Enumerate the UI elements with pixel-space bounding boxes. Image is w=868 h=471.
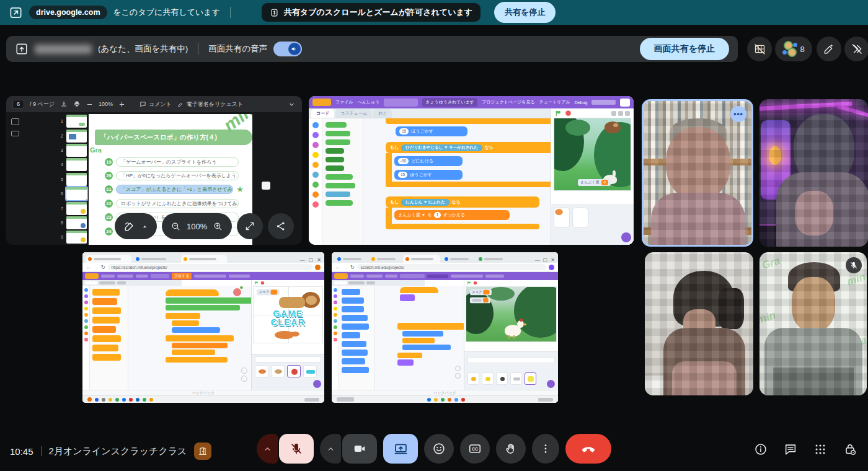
taskbar-icon[interactable] (427, 398, 431, 402)
chevron-down-icon[interactable] (288, 100, 296, 108)
tab-code[interactable]: コード (311, 109, 334, 118)
caret-up-icon[interactable] (141, 223, 148, 230)
category-variables[interactable] (312, 191, 319, 198)
esignature-button[interactable]: 電子署名をリクエスト (177, 100, 243, 108)
reactions-button[interactable] (424, 434, 454, 464)
taskbar-widget[interactable] (337, 397, 354, 402)
taskbar-icon[interactable] (143, 398, 146, 402)
block-point-direction[interactable]: -90 どにむける (394, 156, 463, 166)
share-audio-toggle[interactable] (273, 42, 302, 56)
tab-sounds[interactable]: おと (373, 109, 392, 118)
sprite-thumbnail-selected[interactable] (525, 372, 536, 385)
browser-tab[interactable] (369, 255, 401, 263)
sprite-thumbnail[interactable] (467, 372, 479, 385)
variable-display[interactable]: まんぷく度 0 (578, 179, 611, 186)
tab-costumes[interactable] (99, 281, 115, 284)
grid-view-off-button[interactable] (747, 37, 772, 61)
category[interactable] (334, 294, 337, 298)
more-options-button[interactable] (532, 434, 559, 464)
browser-tab[interactable] (476, 255, 508, 263)
reload-icon[interactable]: ↻ (101, 265, 105, 270)
url-field[interactable]: scratch.mit.edu/projects/ (357, 264, 546, 270)
zoom-in-icon[interactable] (118, 101, 125, 108)
taskbar-icon[interactable] (115, 398, 119, 402)
thumbnail-view-icon[interactable] (11, 118, 19, 125)
category[interactable] (84, 313, 88, 317)
meeting-room-icon[interactable] (194, 442, 211, 460)
category[interactable] (334, 301, 337, 304)
category[interactable] (334, 325, 337, 329)
outline-view-icon[interactable] (11, 131, 19, 136)
tab-code[interactable] (85, 281, 97, 284)
category-sensing[interactable] (312, 172, 319, 178)
category[interactable] (84, 332, 88, 335)
participant-tile-1[interactable]: ••• (642, 99, 753, 247)
category[interactable] (84, 301, 88, 304)
participant-tile-4[interactable]: Gra min min Gra min (760, 252, 867, 395)
window-controls[interactable]: —▢✕ (300, 257, 321, 263)
taskbar-icon[interactable] (454, 398, 458, 402)
sprite-thumbnail[interactable] (271, 365, 285, 377)
category-control[interactable] (312, 162, 319, 168)
stop-icon[interactable] (565, 110, 572, 117)
category-sound[interactable] (312, 142, 319, 148)
taskbar-icon[interactable] (108, 398, 112, 402)
owl-sprite[interactable] (604, 121, 621, 133)
mic-mute-button[interactable] (279, 434, 314, 464)
taskbar-icon[interactable] (149, 398, 153, 402)
taskbar-icon[interactable] (95, 398, 99, 402)
block-change-variable[interactable]: まんぷく度 ▼ を 1 ずつかえる (394, 210, 510, 220)
share-project-button[interactable]: 共有する (172, 273, 192, 280)
add-sprite-button[interactable] (313, 380, 321, 388)
participants-button[interactable]: 8 (775, 37, 812, 61)
menu-edit[interactable]: へんしゅう (358, 99, 380, 105)
project-name-input[interactable] (384, 99, 418, 107)
category[interactable] (334, 319, 337, 323)
fullscreen-button[interactable] (237, 213, 263, 239)
category-events[interactable] (312, 152, 319, 158)
category[interactable] (334, 338, 337, 341)
zoom-in-control[interactable] (455, 366, 461, 371)
browser-tab-active[interactable] (403, 255, 440, 263)
block-move-steps[interactable]: 15 ほうごかす (394, 170, 463, 180)
taskbar-icon[interactable] (448, 398, 451, 402)
participant-tile-3[interactable] (645, 252, 753, 395)
sprite-thumbnail[interactable] (255, 365, 268, 377)
reload-icon[interactable]: ↻ (350, 265, 355, 270)
present-button-active[interactable] (383, 434, 418, 464)
category[interactable] (334, 307, 337, 310)
shared-screen-tile-browser-1[interactable]: —▢✕ ← → ↻ https://scratch.mit.edu/projec… (82, 252, 324, 403)
back-icon[interactable]: ← (86, 265, 91, 270)
block-if-key-pressed[interactable]: もし ひだりむきやじるし ▼ キーがおされた なら -90 どにむける 15 ほ… (386, 142, 565, 153)
browser-tab[interactable] (335, 255, 367, 263)
meeting-details-button[interactable] (754, 442, 768, 456)
category-looks[interactable] (312, 132, 319, 138)
zoom-out-control[interactable] (455, 373, 461, 379)
green-flag-icon[interactable] (467, 281, 471, 286)
zoom-out-icon[interactable] (170, 221, 181, 232)
block-move-steps[interactable]: 15 ほうごかす (396, 126, 467, 136)
host-controls-button[interactable] (843, 442, 857, 456)
backpack-bar[interactable]: バックパック (82, 390, 324, 395)
profile-avatar[interactable] (549, 265, 554, 270)
sprite-thumbnail[interactable] (572, 208, 588, 227)
end-call-button[interactable] (565, 434, 611, 464)
category[interactable] (334, 313, 337, 317)
zoom-out-control[interactable] (241, 376, 247, 382)
category[interactable] (84, 338, 88, 341)
taskbar-icon[interactable] (87, 397, 92, 402)
raise-hand-button[interactable] (496, 434, 526, 464)
tab-sounds[interactable] (366, 281, 375, 284)
project-page-link[interactable]: プロジェクトページを見る (482, 99, 535, 105)
forward-icon[interactable]: → (94, 265, 99, 270)
backpack-bar[interactable]: バックパック (332, 390, 558, 395)
browser-tab[interactable] (133, 255, 179, 263)
category[interactable] (334, 288, 337, 292)
pdf-zoom-level[interactable]: 100% (99, 101, 113, 107)
sprite-thumbnail[interactable] (496, 372, 508, 385)
category[interactable] (84, 288, 88, 292)
back-icon[interactable]: ← (335, 265, 340, 270)
tab-costumes[interactable]: コスチューム (335, 109, 372, 118)
category[interactable] (84, 319, 88, 323)
comment-marker[interactable] (262, 182, 270, 190)
